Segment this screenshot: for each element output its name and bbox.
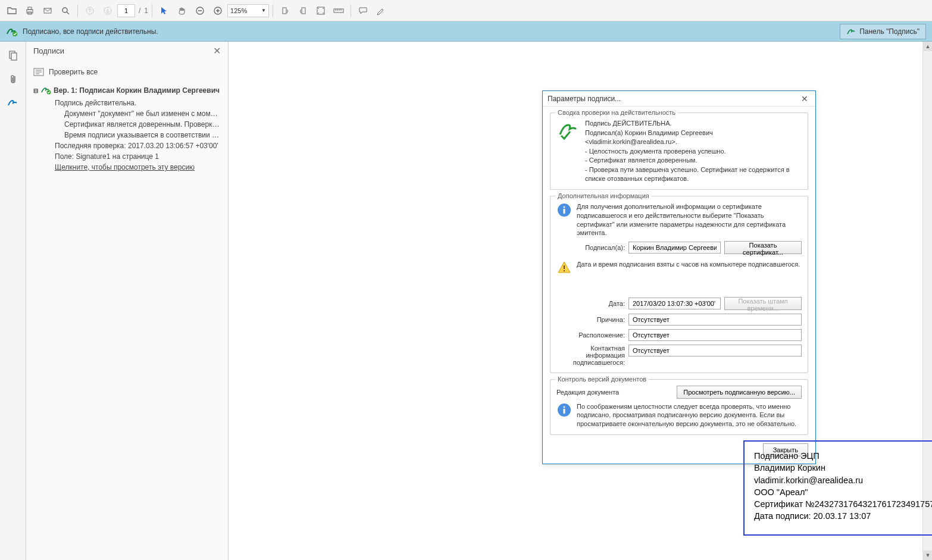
scroll-down-icon[interactable]: ▼ xyxy=(923,550,932,560)
ruler-icon[interactable] xyxy=(330,2,347,19)
collapse-icon[interactable]: ⊟ xyxy=(33,87,38,94)
page-number-input[interactable] xyxy=(117,4,135,17)
rotate-cw-icon[interactable] xyxy=(295,2,311,19)
stamp-line6: Дата подписи: 20.03.17 13:07 xyxy=(754,510,932,522)
sig-last-check: Последняя проверка: 2017.03.20 13:06:57 … xyxy=(55,142,221,150)
select-tool-icon[interactable] xyxy=(156,2,173,19)
svg-rect-23 xyxy=(11,53,17,60)
svg-rect-14 xyxy=(302,8,305,14)
hand-tool-icon[interactable] xyxy=(174,2,190,19)
signature-valid-small-icon xyxy=(40,86,51,95)
page-separator: / xyxy=(139,7,140,15)
document-area: ▲ ▼ Параметры подписи... ✕ Сводка провер… xyxy=(229,42,932,560)
version-legend: Контроль версий документов xyxy=(555,376,649,383)
svg-point-35 xyxy=(564,406,565,408)
dialog-title: Параметры подписи... xyxy=(548,95,621,103)
zoom-select[interactable]: 125%▼ xyxy=(227,4,269,17)
warning-icon xyxy=(556,260,572,276)
stamp-line1: Подписано ЭЦП xyxy=(754,450,932,462)
info-icon xyxy=(556,202,572,218)
show-certificate-button[interactable]: Показать сертификат... xyxy=(724,241,802,254)
show-timestamp-button: Показать штамп времени... xyxy=(724,297,802,310)
svg-rect-1 xyxy=(28,7,32,10)
svg-rect-32 xyxy=(564,265,565,269)
sig-time-source: Время подписи указывается в соответствии… xyxy=(64,131,221,139)
svg-rect-13 xyxy=(283,8,286,14)
signer-label: Подписал(а): xyxy=(556,244,625,251)
sig-doc-unchanged: Документ "документ" не был изменен с мом… xyxy=(64,110,221,118)
email-icon[interactable] xyxy=(39,2,56,19)
doc-edition-label: Редакция документа xyxy=(556,389,619,396)
summary-line2: Подписал(а) Коркин Владимир Сергеевич <v… xyxy=(585,129,802,146)
pen-check-icon xyxy=(556,119,579,142)
summary-line4: - Сертификат является доверенным. xyxy=(585,156,802,165)
search-icon[interactable] xyxy=(57,2,74,19)
extra-info-group: Дополнительная информация Для получения … xyxy=(550,196,808,373)
signature-valid-icon xyxy=(6,26,18,37)
signer-field[interactable] xyxy=(628,242,721,254)
svg-rect-36 xyxy=(564,409,565,414)
scroll-up-icon[interactable]: ▲ xyxy=(923,42,932,51)
main-toolbar: / 1 125%▼ xyxy=(0,0,932,21)
comment-icon[interactable] xyxy=(355,2,371,19)
svg-line-5 xyxy=(67,12,69,14)
stamp-line5: Сертификат №2432731764321761723491757895… xyxy=(754,498,932,510)
summary-legend: Сводка проверки на действительность xyxy=(555,109,678,116)
signature-tree-header[interactable]: ⊟ Вер. 1: Подписан Коркин Владимир Серге… xyxy=(33,86,221,95)
svg-rect-31 xyxy=(564,209,565,214)
page-total: 1 xyxy=(144,7,148,15)
signatures-panel-icon[interactable] xyxy=(4,94,22,112)
signature-stamp: Подписано ЭЦП Владимир Коркин vladimir.k… xyxy=(743,440,932,536)
location-label: Расположение: xyxy=(556,331,625,339)
reason-label: Причина: xyxy=(556,316,625,323)
contact-field[interactable] xyxy=(628,345,802,356)
zoom-out-icon[interactable] xyxy=(192,2,208,19)
svg-point-4 xyxy=(62,8,67,12)
pages-panel-icon[interactable] xyxy=(4,46,22,64)
signature-version-title: Вер. 1: Подписан Коркин Владимир Сергеев… xyxy=(54,86,221,95)
validity-summary-group: Сводка проверки на действительность Подп… xyxy=(550,112,808,190)
signature-banner: Подписано, все подписи действительны. Па… xyxy=(0,21,932,42)
stamp-line2: Владимир Коркин xyxy=(754,462,932,474)
side-panel-title: Подписи xyxy=(33,46,64,55)
summary-line5: - Проверка пути завершена успешно. Серти… xyxy=(585,165,802,183)
zoom-in-icon[interactable] xyxy=(209,2,226,19)
summary-line3: - Целостность документа проверена успешн… xyxy=(585,147,802,156)
summary-line1: Подпись ДЕЙСТВИТЕЛЬНА. xyxy=(585,119,802,128)
highlight-icon[interactable] xyxy=(373,2,389,19)
stamp-line4: ООО "Ареал" xyxy=(754,486,932,498)
view-signed-version-button[interactable]: Просмотреть подписанную версию... xyxy=(677,386,802,399)
pen-icon xyxy=(846,27,856,36)
sig-valid-text: Подпись действительна. xyxy=(55,99,221,107)
open-file-icon[interactable] xyxy=(4,2,20,19)
signatures-side-panel: Подписи ✕ Проверить все ⊟ Вер. 1: Подпис… xyxy=(26,42,229,560)
date-field[interactable] xyxy=(628,298,721,309)
attachments-panel-icon[interactable] xyxy=(4,70,22,88)
check-all-button[interactable]: Проверить все xyxy=(33,64,221,80)
banner-text: Подписано, все подписи действительны. xyxy=(23,27,158,36)
extra-legend: Дополнительная информация xyxy=(555,192,652,199)
signature-properties-dialog: Параметры подписи... ✕ Сводка проверки н… xyxy=(542,90,816,464)
svg-rect-16 xyxy=(334,9,343,12)
signature-panel-button[interactable]: Панель "Подпись" xyxy=(840,24,926,39)
sig-field: Поле: Signature1 на странице 1 xyxy=(55,152,221,161)
svg-rect-33 xyxy=(564,270,565,271)
dialog-close-icon[interactable]: ✕ xyxy=(799,94,811,104)
svg-point-30 xyxy=(564,206,565,208)
extra-info-text: Для получения дополнительной информации … xyxy=(577,202,802,237)
close-panel-icon[interactable]: ✕ xyxy=(213,45,221,57)
print-icon[interactable] xyxy=(21,2,38,19)
info-icon xyxy=(556,402,572,418)
integrity-text: По соображениям целостности следует всег… xyxy=(577,402,802,429)
stamp-line3: vladimir.korkin@arealidea.ru xyxy=(754,474,932,486)
location-field[interactable] xyxy=(628,329,802,341)
next-page-icon[interactable] xyxy=(99,2,116,19)
fit-page-icon[interactable] xyxy=(312,2,329,19)
prev-page-icon[interactable] xyxy=(82,2,98,19)
reason-field[interactable] xyxy=(628,314,802,326)
rotate-ccw-icon[interactable] xyxy=(277,2,293,19)
time-warning-text: Дата и время подписания взяты с часов на… xyxy=(577,260,800,269)
sig-view-version-link[interactable]: Щелкните, чтобы просмотреть эту версию xyxy=(55,163,221,171)
sig-cert-trusted: Сертификат является доверенным. Проверка… xyxy=(64,120,221,129)
contact-label: Контактная информация подписавшегося: xyxy=(556,345,625,366)
